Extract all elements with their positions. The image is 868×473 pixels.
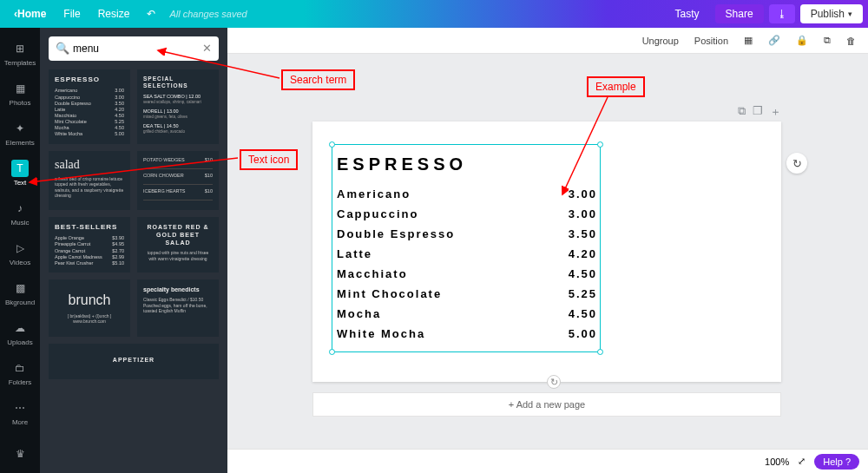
menu-item-price: 5.25 <box>569 287 597 300</box>
menu-item[interactable]: White Mocha5.00 <box>337 327 597 340</box>
rail-uploads[interactable]: ☁Uploads <box>0 313 40 351</box>
file-button[interactable]: File <box>55 0 89 28</box>
elements-icon: ✦ <box>11 120 29 137</box>
template-espresso[interactable]: ESPRESSOAmericano3.00Cappuccino3.00Doubl… <box>49 69 130 144</box>
rail-label: Text <box>14 179 27 187</box>
menu-item[interactable]: Mocha4.50 <box>337 307 597 320</box>
chevron-down-icon: ▾ <box>848 10 852 18</box>
rail-label: Folders <box>9 378 32 386</box>
menu-item[interactable]: Macchiato4.50 <box>337 267 597 280</box>
annotation-example: Example <box>587 76 645 97</box>
help-button[interactable]: Help ? <box>814 454 859 470</box>
annotation-text-icon: Text icon <box>240 149 298 170</box>
search-icon: 🔍 <box>56 42 69 55</box>
rotate-handle[interactable]: ↻ <box>547 375 561 389</box>
undo-button[interactable]: ↶ <box>138 0 164 28</box>
search-wrap: 🔍 ✕ <box>49 36 219 61</box>
text-icon: T <box>11 160 29 177</box>
templates-grid: ESPRESSOAmericano3.00Cappuccino3.00Doubl… <box>49 69 219 379</box>
regenerate-icon[interactable]: ↻ <box>786 153 807 174</box>
videos-icon: ▷ <box>11 240 29 257</box>
add-page-icon[interactable]: ＋ <box>770 104 781 120</box>
doc-name[interactable]: Tasty <box>665 4 710 23</box>
menu-item[interactable]: Latte4.20 <box>337 247 597 260</box>
menu-item-name: Macchiato <box>337 267 408 280</box>
background-icon: ▩ <box>11 279 29 297</box>
zoom-level[interactable]: 100% <box>765 457 789 467</box>
copy-page-icon[interactable]: ⧉ <box>738 104 746 120</box>
rail-folders[interactable]: 🗀Folders <box>0 353 40 391</box>
rail-photos[interactable]: ▦Photos <box>0 75 40 113</box>
menu-item-price: 3.00 <box>569 207 597 220</box>
fullscreen-icon[interactable]: ⤢ <box>798 456 806 467</box>
bottom-bar: 100% ⤢ Help ? <box>227 449 868 473</box>
home-label: Home <box>17 8 46 20</box>
duplicate-page-icon[interactable]: ❐ <box>753 104 763 120</box>
menu-item-name: Double Espresso <box>337 227 455 240</box>
delete-icon[interactable]: 🗑 <box>843 34 859 48</box>
share-button[interactable]: Share <box>715 4 764 23</box>
template-potato[interactable]: POTATO WEDGES$10CORN CHOWDER$10ICEBERG H… <box>137 151 219 210</box>
link-icon[interactable]: 🔗 <box>765 33 784 48</box>
rail-elements[interactable]: ✦Elements <box>0 115 40 153</box>
menu-item-name: Latte <box>337 247 372 260</box>
menu-item-price: 3.50 <box>569 227 597 240</box>
publish-button[interactable]: Publish▾ <box>800 4 863 23</box>
menu-item-name: Mint Chocolate <box>337 287 442 300</box>
resize-button[interactable]: Resize <box>89 0 139 28</box>
template-brunch[interactable]: brunch [ br(eakfast) + (l)unch ] www.bru… <box>49 279 130 337</box>
add-new-page-button[interactable]: + Add a new page <box>312 392 781 417</box>
menu-item-price: 4.50 <box>569 307 597 320</box>
crown-icon[interactable]: ♛ <box>0 435 40 473</box>
rail-background[interactable]: ▩Bkground <box>0 273 40 312</box>
menu-item[interactable]: Americano3.00 <box>337 187 597 200</box>
menu-item[interactable]: Double Espresso3.50 <box>337 227 597 240</box>
rail-more[interactable]: ⋯More <box>0 393 40 431</box>
resize-handle-se[interactable] <box>597 349 603 355</box>
template-appetizer[interactable]: APPETIZER <box>49 344 219 379</box>
rail-videos[interactable]: ▷Videos <box>0 234 40 273</box>
menu-item-name: Cappuccino <box>337 207 418 220</box>
resize-handle-nw[interactable] <box>329 141 335 148</box>
folders-icon: 🗀 <box>11 359 29 377</box>
menu-item[interactable]: Mint Chocolate5.25 <box>337 287 597 300</box>
rail-templates[interactable]: ⊞Templates <box>0 35 40 73</box>
menu-item-price: 4.20 <box>569 247 597 260</box>
position-button[interactable]: Position <box>691 34 732 48</box>
side-panel: 🔍 ✕ ESPRESSOAmericano3.00Cappuccino3.00D… <box>40 28 227 473</box>
template-bestsellers[interactable]: BEST-SELLERSApple Orange$3.90Pineapple C… <box>49 217 130 273</box>
rail-label: Uploads <box>7 338 32 346</box>
transparency-icon[interactable]: ▦ <box>740 33 756 48</box>
clear-search-icon[interactable]: ✕ <box>202 42 212 55</box>
template-roasted-beet[interactable]: ROASTED RED & GOLD BEET SALAD topped wit… <box>137 217 219 273</box>
duplicate-icon[interactable]: ⧉ <box>820 33 834 48</box>
menu-title[interactable]: ESPRESSO <box>337 154 467 174</box>
annotation-search-term: Search term <box>281 69 355 90</box>
menu-item-price: 3.00 <box>569 187 597 200</box>
rail-label: Elements <box>5 139 34 147</box>
templates-icon: ⊞ <box>11 40 29 57</box>
rail-label: Music <box>11 219 30 227</box>
menu-item-price: 5.00 <box>569 327 597 340</box>
rail-label: Bkground <box>5 299 35 306</box>
photos-icon: ▦ <box>11 80 29 97</box>
menu-item-price: 4.50 <box>569 267 597 280</box>
context-toolbar: Ungroup Position ▦ 🔗 🔒 ⧉ 🗑 <box>227 28 868 54</box>
template-benedicts[interactable]: specialty benedicts Classic Eggs Benedic… <box>137 279 219 337</box>
download-button[interactable]: ⭳ <box>769 4 795 23</box>
home-button[interactable]: ‹ Home <box>5 0 55 28</box>
template-salad[interactable]: salad a fresh bed of crisp romaine lettu… <box>49 151 130 210</box>
search-input[interactable] <box>49 36 219 61</box>
resize-handle-ne[interactable] <box>597 141 603 148</box>
ungroup-button[interactable]: Ungroup <box>639 34 682 48</box>
save-status: All changes saved <box>169 9 247 19</box>
template-special-selections[interactable]: SPECIAL SELECTIONSSEA SALT COMBO | 12.00… <box>137 69 219 144</box>
rail-music[interactable]: ♪Music <box>0 194 40 233</box>
page-controls: ⧉ ❐ ＋ <box>738 104 781 120</box>
rail-text[interactable]: TText <box>0 154 40 193</box>
rail-label: More <box>12 418 28 426</box>
lock-icon[interactable]: 🔒 <box>792 33 812 48</box>
menu-item-name: Mocha <box>337 307 381 320</box>
resize-handle-sw[interactable] <box>329 349 335 355</box>
menu-item[interactable]: Cappuccino3.00 <box>337 207 597 220</box>
